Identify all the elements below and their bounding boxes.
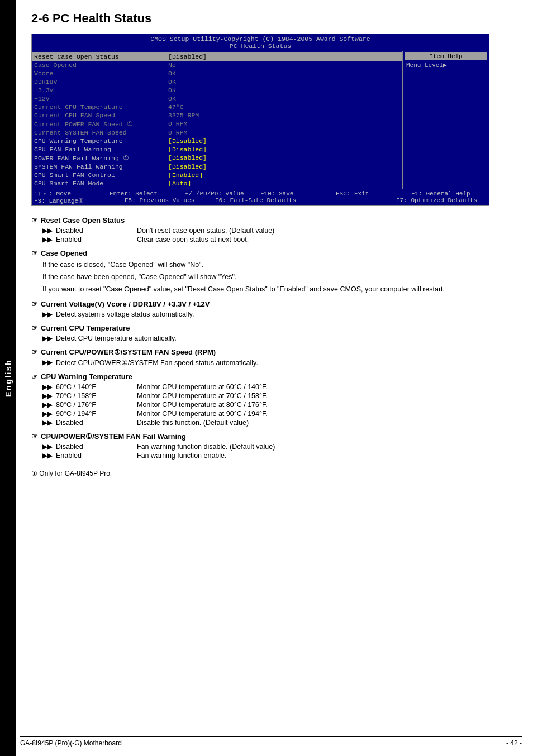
bios-row-value: 3375 RPM (168, 112, 400, 119)
bios-row-label: POWER FAN Fail Warning ① (34, 154, 168, 162)
sub-item: ▶▶70°C / 158°FMonitor CPU temperature at… (42, 392, 522, 400)
section-current-fan-speed: ☞Current CPU/POWER①/SYSTEM FAN Speed (RP… (31, 348, 522, 367)
sub-item-desc: Detect system's voltage status automatic… (56, 310, 194, 318)
bullet-icon: ▶▶ (42, 419, 53, 427)
section-para: If the case is closed, "Case Opened" wil… (42, 260, 522, 270)
sub-item: ▶▶60°C / 140°FMonitor CPU temperature at… (42, 383, 522, 391)
bios-row-label: CPU Smart FAN Mode (34, 180, 168, 187)
sub-item-desc: Fan warning function enable. (137, 452, 227, 460)
sub-item-desc: Fan warning function disable. (Default v… (137, 443, 275, 451)
bios-row-value: [Disabled] (168, 53, 400, 60)
sub-item: ▶▶EnabledClear case open status at next … (42, 236, 522, 243)
bullet-icon: ▶▶ (42, 310, 53, 318)
arrow-icon: ☞ (31, 216, 38, 224)
section-title-text: Current Voltage(V) Vcore / DDR18V / +3.3… (41, 300, 210, 308)
bios-row-label: Reset Case Open Status (34, 53, 168, 60)
bullet-icon: ▶▶ (42, 443, 53, 451)
bios-row: Case OpenedNo (32, 61, 402, 69)
bios-row: Current CPU Temperature47°C (32, 103, 402, 111)
bios-row-value: [Disabled] (168, 163, 400, 170)
bios-row-label: DDR18V (34, 78, 168, 85)
main-content: 2-6 PC Health Status CMOS Setup Utility-… (20, 0, 533, 489)
section-fan-fail-warning: ☞CPU/POWER①/SYSTEM FAN Fail Warning▶▶Dis… (31, 432, 522, 460)
bios-row: +12VOK (32, 94, 402, 103)
arrow-icon: ☞ (31, 372, 38, 381)
section-title-text: Current CPU/POWER①/SYSTEM FAN Speed (RPM… (41, 348, 216, 356)
bios-row[interactable]: Reset Case Open Status[Disabled] (32, 52, 402, 61)
bios-footer-item: F3: Language① (34, 197, 125, 204)
bios-row: +3.3VOK (32, 86, 402, 94)
bios-row-label: +3.3V (34, 87, 168, 94)
bios-footer-item (306, 197, 396, 204)
bios-row-value: No (168, 61, 400, 69)
bios-footer: ↑↓→←: MoveEnter: Select+/-/PU/PD: ValueF… (32, 189, 489, 205)
section-title: ☞Case Opened (31, 249, 522, 257)
bios-row: POWER FAN Fail Warning ①[Disabled] (32, 154, 402, 162)
sub-item-desc: Monitor CPU temperature at 60°C / 140°F. (137, 383, 268, 391)
bios-row-label: Current SYSTEM FAN Speed (34, 129, 168, 136)
bios-row-label: Current POWER FAN Speed ① (34, 120, 168, 128)
bios-row: CPU Warning Temperature[Disabled] (32, 137, 402, 145)
bios-row-value: OK (168, 95, 400, 102)
footer-note: ① Only for GA-8I945P Pro. (31, 470, 522, 477)
bios-row: CPU FAN Fail Warning[Disabled] (32, 145, 402, 154)
section-current-voltage: ☞Current Voltage(V) Vcore / DDR18V / +3.… (31, 300, 522, 318)
bullet-icon: ▶▶ (42, 410, 53, 418)
section-para: If you want to reset "Case Opened" value… (42, 284, 522, 295)
sub-item-desc: Detect CPU/POWER①/SYSTEM Fan speed statu… (56, 358, 258, 367)
item-help-content: Menu Level▶ (405, 60, 487, 70)
sub-item: ▶▶Detect CPU/POWER①/SYSTEM Fan speed sta… (42, 358, 522, 367)
bios-row-label: Current CPU Temperature (34, 103, 168, 111)
bios-footer-item: ESC: Exit (336, 190, 411, 197)
bios-row-label: CPU Smart FAN Control (34, 171, 168, 179)
bios-row-label: +12V (34, 95, 168, 102)
bios-row: DDR18VOK (32, 78, 402, 86)
bios-row-value: [Disabled] (168, 146, 400, 153)
bios-row-value: OK (168, 78, 400, 85)
footer-left: GA-8I945P (Pro)(-G) Motherboard (20, 739, 122, 747)
section-para: If the case have been opened, "Case Open… (42, 272, 522, 283)
page-title: 2-6 PC Health Status (31, 11, 522, 26)
bios-footer-row: F3: Language①F5: Previous ValuesF6: Fail… (34, 197, 487, 204)
bullet-icon: ▶▶ (42, 401, 53, 409)
sections-container: ☞Reset Case Open Status▶▶DisabledDon't r… (31, 216, 522, 460)
sub-item-key: 60°C / 140°F (56, 383, 137, 391)
bios-row: CPU Smart FAN Control[Enabled] (32, 171, 402, 179)
bios-title-bar: CMOS Setup Utility-Copyright (C) 1984-20… (32, 34, 489, 51)
sub-item-key: Disabled (56, 443, 137, 451)
sub-item: ▶▶DisabledDon't reset case open status. … (42, 227, 522, 235)
sub-item-desc: Monitor CPU temperature at 70°C / 158°F. (137, 392, 268, 400)
bios-row-value: 0 RPM (168, 129, 400, 136)
page-footer: GA-8I945P (Pro)(-G) Motherboard - 42 - (20, 736, 522, 747)
section-case-opened: ☞Case OpenedIf the case is closed, "Case… (31, 249, 522, 294)
sub-item-desc: Monitor CPU temperature at 90°C / 194°F. (137, 410, 268, 418)
section-title-text: CPU/POWER①/SYSTEM FAN Fail Warning (41, 432, 186, 441)
sub-item-key: Enabled (56, 452, 137, 460)
section-current-cpu-temp: ☞Current CPU Temperature▶▶Detect CPU tem… (31, 324, 522, 342)
bios-row-label: Vcore (34, 70, 168, 77)
bios-footer-item: Enter: Select (110, 190, 185, 197)
bios-row-label: Current CPU FAN Speed (34, 112, 168, 119)
sub-item: ▶▶90°C / 194°FMonitor CPU temperature at… (42, 410, 522, 418)
bios-title-line1: CMOS Setup Utility-Copyright (C) 1984-20… (32, 35, 489, 42)
item-help-title: Item Help (405, 52, 487, 60)
bullet-icon: ▶▶ (42, 392, 53, 400)
sub-item-desc: Clear case open status at next boot. (137, 236, 249, 243)
section-title-text: Reset Case Open Status (41, 216, 125, 224)
sub-item-desc: Don't reset case open status. (Default v… (137, 227, 274, 235)
bios-row-label: Case Opened (34, 61, 168, 69)
sub-item-desc: Monitor CPU temperature at 80°C / 176°F. (137, 401, 268, 409)
section-cpu-warning-temp: ☞CPU Warning Temperature▶▶60°C / 140°FMo… (31, 372, 522, 427)
section-title-text: Case Opened (41, 249, 87, 257)
section-title-text: Current CPU Temperature (41, 324, 130, 332)
section-title: ☞Current CPU/POWER①/SYSTEM FAN Speed (RP… (31, 348, 522, 356)
bios-row: Current CPU FAN Speed3375 RPM (32, 111, 402, 119)
bios-row-value: OK (168, 70, 400, 77)
sidebar-label: English (3, 359, 13, 397)
bios-row-value: [Enabled] (168, 171, 400, 179)
footer-right: - 42 - (506, 739, 522, 747)
sub-item: ▶▶EnabledFan warning function enable. (42, 452, 522, 460)
bullet-icon: ▶▶ (42, 383, 53, 391)
bios-row-label: CPU Warning Temperature (34, 137, 168, 145)
section-reset-case-open-status: ☞Reset Case Open Status▶▶DisabledDon't r… (31, 216, 522, 243)
